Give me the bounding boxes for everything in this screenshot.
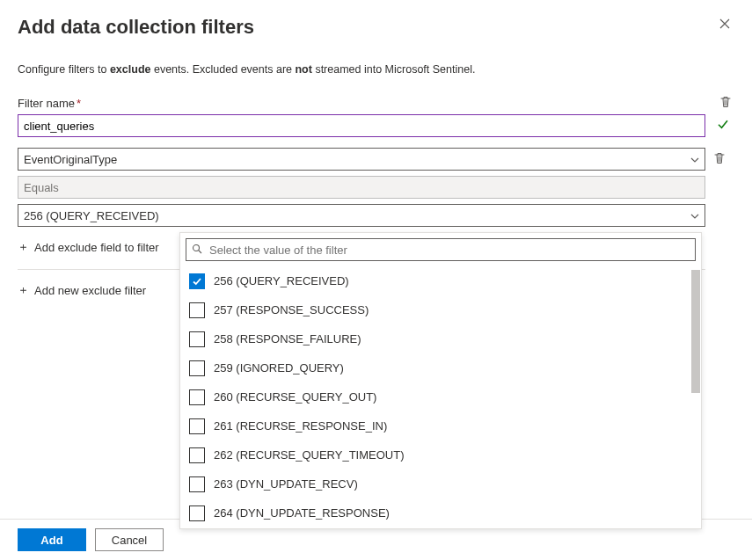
field-select-value: EventOriginalType — [24, 153, 117, 166]
dropdown-option[interactable]: 262 (RECURSE_QUERY_TIMEOUT) — [180, 440, 701, 469]
checkbox[interactable] — [189, 418, 205, 434]
dropdown-option-label: 258 (RESPONSE_FAILURE) — [214, 332, 361, 345]
dropdown-option[interactable]: 260 (RECURSE_QUERY_OUT) — [180, 382, 701, 411]
description-text: Configure filters to exclude events. Exc… — [18, 63, 734, 76]
page-title: Add data collection filters — [18, 16, 715, 39]
value-dropdown: 256 (QUERY_RECEIVED)257 (RESPONSE_SUCCES… — [179, 232, 702, 529]
search-icon — [192, 244, 202, 257]
trash-icon — [712, 151, 726, 165]
dropdown-option-label: 263 (DYN_UPDATE_RECV) — [214, 477, 358, 491]
dropdown-option-label: 256 (QUERY_RECEIVED) — [214, 274, 349, 287]
dropdown-option-label: 262 (RECURSE_QUERY_TIMEOUT) — [214, 448, 404, 462]
trash-icon — [719, 95, 733, 109]
value-select-value: 256 (QUERY_RECEIVED) — [24, 209, 159, 222]
delete-field-button[interactable] — [712, 151, 728, 167]
add-new-exclude-filter-label: Add new exclude filter — [34, 284, 146, 297]
dropdown-option-label: 260 (RECURSE_QUERY_OUT) — [214, 390, 376, 404]
svg-point-0 — [193, 244, 200, 251]
add-button[interactable]: Add — [18, 528, 86, 551]
add-exclude-field-label: Add exclude field to filter — [34, 241, 159, 254]
field-select[interactable]: EventOriginalType — [18, 148, 705, 171]
dropdown-option[interactable]: 259 (IGNORED_QUERY) — [180, 353, 701, 382]
dropdown-search-input[interactable] — [208, 243, 690, 258]
checkbox[interactable] — [189, 273, 205, 289]
dropdown-option-label: 259 (IGNORED_QUERY) — [214, 361, 344, 375]
filter-name-input[interactable] — [18, 114, 705, 137]
required-marker: * — [77, 97, 81, 110]
value-select[interactable]: 256 (QUERY_RECEIVED) — [18, 204, 705, 227]
dropdown-option[interactable]: 261 (RECURSE_RESPONSE_IN) — [180, 411, 701, 440]
scrollbar-thumb[interactable] — [691, 270, 700, 393]
dropdown-option[interactable]: 265 (IXFR_REQ_OUT) — [180, 527, 701, 528]
dropdown-option[interactable]: 256 (QUERY_RECEIVED) — [180, 266, 701, 295]
close-icon — [719, 18, 730, 29]
checkbox[interactable] — [189, 302, 205, 318]
plus-icon: ＋ — [18, 239, 29, 255]
checkbox[interactable] — [189, 505, 205, 521]
dropdown-option-label: 257 (RESPONSE_SUCCESS) — [214, 303, 369, 316]
checkbox[interactable] — [189, 331, 205, 347]
dropdown-option[interactable]: 263 (DYN_UPDATE_RECV) — [180, 469, 701, 498]
valid-check-icon — [717, 118, 729, 133]
dropdown-search[interactable] — [186, 238, 696, 261]
dropdown-option[interactable]: 258 (RESPONSE_FAILURE) — [180, 324, 701, 353]
chevron-down-icon — [690, 154, 699, 164]
checkbox[interactable] — [189, 476, 205, 492]
dropdown-option[interactable]: 264 (DYN_UPDATE_RESPONSE) — [180, 498, 701, 527]
operator-value: Equals — [24, 181, 59, 194]
filter-name-label: Filter name — [18, 97, 75, 110]
checkbox[interactable] — [189, 360, 205, 376]
checkbox[interactable] — [189, 447, 205, 463]
chevron-down-icon — [690, 210, 699, 221]
close-button[interactable] — [715, 14, 734, 33]
delete-filter-button[interactable] — [719, 95, 734, 111]
dropdown-option-label: 264 (DYN_UPDATE_RESPONSE) — [214, 506, 390, 520]
operator-select: Equals — [18, 176, 705, 199]
cancel-button[interactable]: Cancel — [95, 528, 164, 551]
dropdown-option-label: 261 (RECURSE_RESPONSE_IN) — [214, 419, 387, 433]
checkbox[interactable] — [189, 389, 205, 405]
plus-icon: ＋ — [18, 282, 29, 298]
dropdown-option[interactable]: 257 (RESPONSE_SUCCESS) — [180, 295, 701, 324]
